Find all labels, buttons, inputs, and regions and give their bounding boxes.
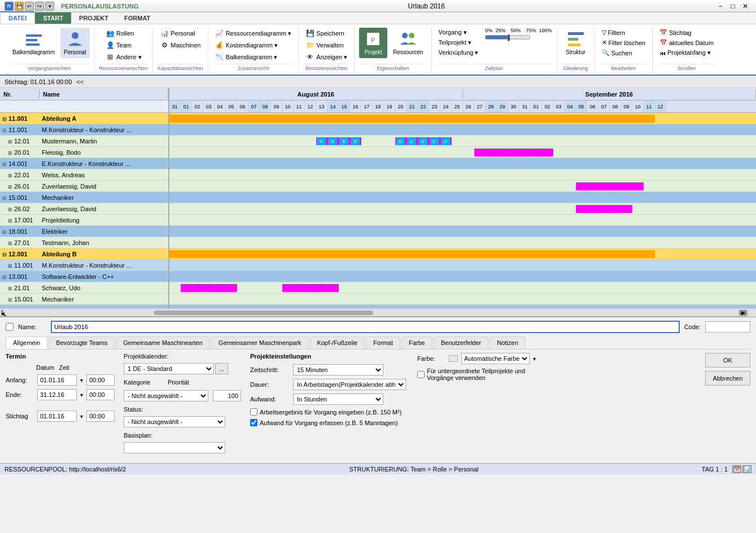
team-button[interactable]: 👤 Team [103,40,144,51]
projekt-button[interactable]: P Projekt [359,28,387,58]
kategorie-select[interactable]: - Nicht ausgewählt - [124,390,208,401]
tab-bevorzugte-teams[interactable]: Bevorzugte Teams [49,337,115,349]
filter-loeschen-button[interactable]: ✕ Filter löschen [600,38,648,47]
redo-icon-btn[interactable]: ↪ [35,2,44,11]
ende-date-input[interactable] [37,389,77,400]
kapazitaet-maschinen-button[interactable]: ⚙ Maschinen [158,40,203,51]
tab-format[interactable]: Format [366,337,400,349]
farbe-dropdown-arrow[interactable]: ▾ [533,356,536,362]
dauer-select[interactable]: In Arbeitstagen(Projektkalender abh. [293,379,406,390]
save-icon-btn[interactable]: 💾 [15,2,24,11]
kostendiagramm-button[interactable]: 💰 Kostendiagramm ▾ [213,40,294,51]
gantt-area: Nr. Name ⊟11.001 Abteilung A ⊟11.001 M.K… [0,88,756,308]
verwalten-button[interactable]: 📁 Verwalten [303,40,349,51]
personal-button[interactable]: Personal [60,28,89,58]
gantt-row[interactable]: ⊞27.01 Testmann, Johan [0,237,168,248]
status-select[interactable]: - Nicht ausgewählt - [124,416,225,427]
gantt-row[interactable]: ⊞26.01 Zuverlaessig, David [0,181,168,192]
scroll-right-btn[interactable]: ▶ [739,310,747,316]
basisplan-select[interactable] [124,442,225,453]
kapazitaet-personal-button[interactable]: 📊 Personal [158,28,203,39]
ende-time-input[interactable] [86,389,115,400]
speichern-button[interactable]: 💾 Speichern [303,28,349,39]
name-checkbox[interactable] [6,323,14,331]
farbe-select[interactable]: Automatische Farbe [461,353,530,364]
check1-checkbox[interactable] [250,408,257,416]
status-icon-1[interactable]: 📅 [732,465,741,473]
suchen-button[interactable]: 🔍 Suchen [600,48,648,58]
balkendiagramm2-button[interactable]: 📉 Balkendiagramm ▾ [213,51,294,63]
prioritaet-input[interactable] [213,390,241,401]
status-icon-2[interactable]: 📊 [742,465,751,473]
aufwand-select[interactable]: In Stunden [293,394,383,405]
tab-allgemein[interactable]: Allgemein [6,337,47,349]
tab-datei[interactable]: DATEI [0,11,35,24]
anfang-date-input[interactable] [37,374,77,386]
code-input[interactable] [705,321,750,333]
projektanfang-button[interactable]: ⏮ Projektanfang ▾ [657,48,716,58]
rollen-button[interactable]: 👥 Rollen [103,28,144,39]
tab-format[interactable]: FORMAT [116,12,158,24]
name-input[interactable] [51,321,680,333]
tab-maschinenpark[interactable]: Gemeinsamer Maschinenpark [211,337,309,349]
zeitschritt-select[interactable]: 15 Minuten [293,364,383,375]
gantt-row[interactable]: ⊞11.001 M.Konstrukteur - Konstrukteur ..… [0,260,168,271]
anfang-date-dropdown[interactable]: ▾ [80,377,83,383]
gantt-row[interactable]: ⊟11.001 M.Konstrukteur - Konstrukteur ..… [0,124,168,136]
projektkalender-btn[interactable]: ... [215,363,228,374]
check2-checkbox[interactable] [250,419,257,426]
horizontal-scrollbar[interactable]: ◀ ▶ [0,308,756,316]
farbe-checkbox[interactable] [417,371,425,378]
gantt-row[interactable]: ⊞17.001 Projektleitung [0,215,168,226]
win-maximize-button[interactable]: □ [727,1,739,11]
struktur-button[interactable]: Struktur [562,28,590,58]
anzeigen-button[interactable]: 👁 Anzeigen ▾ [303,51,349,63]
tab-farbe[interactable]: Farbe [401,337,432,349]
vorgang-button[interactable]: Vorgang ▾ [436,28,481,37]
nav-left[interactable]: << [76,78,84,85]
gantt-row[interactable]: ⊟18.001 Elektriker [0,305,168,308]
balkendiagramm-button[interactable]: Balkendiagramm [9,28,58,58]
stichtag-date-dropdown[interactable]: ▾ [80,413,83,420]
scroll-thumb[interactable] [154,311,374,315]
gantt-row[interactable]: ⊞15.001 Mechaniker [0,294,168,305]
settings-icon-btn[interactable]: ▾ [45,2,54,11]
gantt-row[interactable]: ⊟12.001 Abteilung B [0,248,168,260]
gantt-row[interactable]: ⊟18.001 Elektriker [0,226,168,237]
gantt-row[interactable]: ⊟14.001 E.Konstrukteur - Konstrukteur ..… [0,158,168,169]
verknuepfung-button[interactable]: Verknüpfung ▾ [436,48,481,58]
scroll-left-btn[interactable]: ◀ [1,310,3,316]
ende-date-dropdown[interactable]: ▾ [80,392,83,398]
aktuelles-datum-button[interactable]: 📅 aktuelles Datum [657,38,716,47]
anfang-time-input[interactable] [86,374,115,386]
andere-button[interactable]: ⊞ Andere ▾ [103,51,144,63]
gantt-row[interactable]: ⊟15.001 Mechaniker [0,192,168,203]
stichtag-button[interactable]: 📅 Stichtag [657,28,716,37]
tab-maschinearten[interactable]: Gemeinsame Maschinearten [116,337,210,349]
projektkalender-select[interactable]: 1 DE - Standard [124,363,214,374]
tab-start[interactable]: START [35,12,71,24]
teilprojekt-button[interactable]: Teilprojekt ▾ [436,38,481,47]
filtern-button[interactable]: ▽ Filtern [600,28,648,37]
ok-button[interactable]: OK [705,353,750,368]
gantt-row[interactable]: ⊟11.001 Abteilung A [0,113,168,124]
ressourcendiagramm-button[interactable]: 📈 Ressourcendiagramm ▾ [213,28,294,39]
cancel-button[interactable]: Abbrechen [705,371,750,386]
stichtag-time-input[interactable] [86,410,115,422]
gantt-row[interactable]: ⊞12.01 Mustermann, Martin [0,136,168,147]
tab-benutzerfelder[interactable]: Benutzerfelder [434,337,489,349]
tab-projekt[interactable]: PROJEKT [71,12,116,24]
gantt-row[interactable]: ⊟13.001 Software-Entwickler - C++ [0,271,168,282]
gantt-row[interactable]: ⊞26.02 Zuverlaessig, David [0,203,168,215]
ressourcen-button[interactable]: Ressourcen [390,28,426,58]
gantt-row[interactable]: ⊞22.01 Weiss, Andreas [0,169,168,181]
stichtag-date-input[interactable] [37,410,77,422]
tab-kopf-fusszeile[interactable]: Kopf-/Fußzeile [310,337,365,349]
undo-icon-btn[interactable]: ↩ [25,2,34,11]
win-close-button[interactable]: ✕ [739,1,751,11]
gantt-row[interactable]: ⊞21.01 Schwarz, Udo [0,282,168,294]
tab-notizen[interactable]: Notizen [490,337,525,349]
gantt-row[interactable]: ⊞20.01 Fleissig, Bodo [0,147,168,158]
win-minimize-button[interactable]: − [714,1,727,11]
termin-title: Termin [6,353,115,360]
